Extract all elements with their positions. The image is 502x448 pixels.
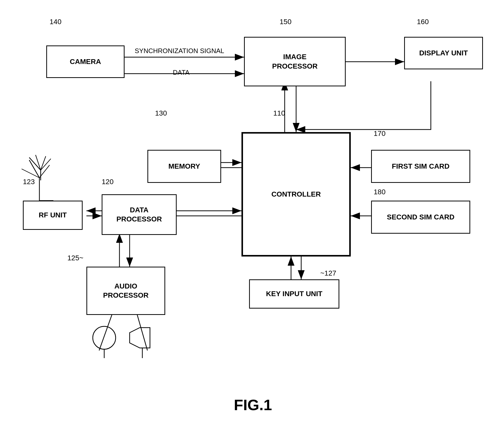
audio-processor-number: 125~ [67,254,83,262]
memory-block: MEMORY [147,150,221,183]
key-input-number: ~127 [320,269,336,277]
sync-signal-label: SYNCHRONIZATION SIGNAL [135,47,224,55]
svg-line-34 [41,159,51,170]
second-sim-card-block: SECOND SIM CARD [371,201,470,234]
antenna-icon [24,152,57,183]
svg-point-35 [93,326,116,349]
key-input-unit-block: KEY INPUT UNIT [249,279,339,309]
controller-number: 110 [273,109,285,117]
diagram: 140 150 160 110 130 120 123 125~ 170 180… [0,0,502,448]
display-unit-block: DISPLAY UNIT [404,37,483,69]
figure-label: FIG.1 [208,396,297,414]
display-unit-number: 160 [417,18,429,26]
second-sim-number: 180 [374,188,386,196]
speaker-icon [127,325,158,361]
svg-marker-37 [130,328,150,348]
image-processor-number: 150 [280,18,292,26]
microphone-icon [89,325,119,361]
camera-number: 140 [50,18,62,26]
camera-block: CAMERA [46,45,125,78]
audio-processor-block: AUDIO PROCESSOR [86,267,165,315]
image-processor-block: IMAGE PROCESSOR [244,37,346,86]
first-sim-number: 170 [374,130,386,138]
svg-line-33 [41,156,46,170]
data-label: DATA [173,69,189,76]
svg-line-31 [29,157,41,170]
data-processor-block: DATA PROCESSOR [102,194,177,235]
rf-unit-block: RF UNIT [23,201,83,230]
controller-block: CONTROLLER [241,132,351,257]
data-processor-number: 120 [102,178,114,186]
memory-number: 130 [155,109,167,117]
first-sim-card-block: FIRST SIM CARD [371,150,470,183]
